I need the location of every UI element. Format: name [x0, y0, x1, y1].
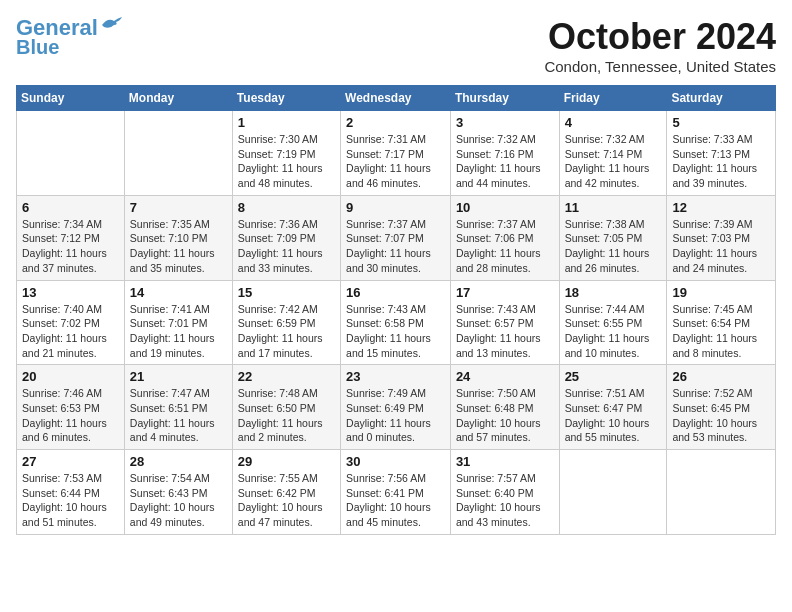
day-detail: Sunrise: 7:44 AM Sunset: 6:55 PM Dayligh…	[565, 302, 662, 361]
day-detail: Sunrise: 7:36 AM Sunset: 7:09 PM Dayligh…	[238, 217, 335, 276]
day-number: 15	[238, 285, 335, 300]
calendar-cell: 14Sunrise: 7:41 AM Sunset: 7:01 PM Dayli…	[124, 280, 232, 365]
calendar-week-5: 27Sunrise: 7:53 AM Sunset: 6:44 PM Dayli…	[17, 450, 776, 535]
calendar-cell: 6Sunrise: 7:34 AM Sunset: 7:12 PM Daylig…	[17, 195, 125, 280]
day-detail: Sunrise: 7:32 AM Sunset: 7:14 PM Dayligh…	[565, 132, 662, 191]
day-detail: Sunrise: 7:49 AM Sunset: 6:49 PM Dayligh…	[346, 386, 445, 445]
day-number: 23	[346, 369, 445, 384]
day-number: 19	[672, 285, 770, 300]
day-number: 25	[565, 369, 662, 384]
day-number: 11	[565, 200, 662, 215]
calendar-cell: 25Sunrise: 7:51 AM Sunset: 6:47 PM Dayli…	[559, 365, 667, 450]
day-detail: Sunrise: 7:56 AM Sunset: 6:41 PM Dayligh…	[346, 471, 445, 530]
day-detail: Sunrise: 7:40 AM Sunset: 7:02 PM Dayligh…	[22, 302, 119, 361]
day-detail: Sunrise: 7:30 AM Sunset: 7:19 PM Dayligh…	[238, 132, 335, 191]
day-detail: Sunrise: 7:38 AM Sunset: 7:05 PM Dayligh…	[565, 217, 662, 276]
logo-bird-icon	[100, 17, 122, 33]
day-number: 27	[22, 454, 119, 469]
day-number: 18	[565, 285, 662, 300]
title-area: October 2024 Condon, Tennessee, United S…	[544, 16, 776, 75]
day-detail: Sunrise: 7:32 AM Sunset: 7:16 PM Dayligh…	[456, 132, 554, 191]
day-detail: Sunrise: 7:45 AM Sunset: 6:54 PM Dayligh…	[672, 302, 770, 361]
calendar-week-4: 20Sunrise: 7:46 AM Sunset: 6:53 PM Dayli…	[17, 365, 776, 450]
calendar-cell: 11Sunrise: 7:38 AM Sunset: 7:05 PM Dayli…	[559, 195, 667, 280]
day-number: 9	[346, 200, 445, 215]
day-number: 6	[22, 200, 119, 215]
calendar-cell: 17Sunrise: 7:43 AM Sunset: 6:57 PM Dayli…	[450, 280, 559, 365]
day-number: 8	[238, 200, 335, 215]
calendar-cell: 5Sunrise: 7:33 AM Sunset: 7:13 PM Daylig…	[667, 111, 776, 196]
weekday-tuesday: Tuesday	[232, 86, 340, 111]
day-number: 14	[130, 285, 227, 300]
day-detail: Sunrise: 7:55 AM Sunset: 6:42 PM Dayligh…	[238, 471, 335, 530]
day-number: 7	[130, 200, 227, 215]
calendar-header: SundayMondayTuesdayWednesdayThursdayFrid…	[17, 86, 776, 111]
calendar-cell: 18Sunrise: 7:44 AM Sunset: 6:55 PM Dayli…	[559, 280, 667, 365]
day-number: 13	[22, 285, 119, 300]
calendar-body: 1Sunrise: 7:30 AM Sunset: 7:19 PM Daylig…	[17, 111, 776, 535]
calendar-cell: 4Sunrise: 7:32 AM Sunset: 7:14 PM Daylig…	[559, 111, 667, 196]
calendar-cell: 28Sunrise: 7:54 AM Sunset: 6:43 PM Dayli…	[124, 450, 232, 535]
day-detail: Sunrise: 7:43 AM Sunset: 6:57 PM Dayligh…	[456, 302, 554, 361]
day-detail: Sunrise: 7:54 AM Sunset: 6:43 PM Dayligh…	[130, 471, 227, 530]
day-number: 4	[565, 115, 662, 130]
day-number: 2	[346, 115, 445, 130]
day-detail: Sunrise: 7:51 AM Sunset: 6:47 PM Dayligh…	[565, 386, 662, 445]
calendar-cell: 12Sunrise: 7:39 AM Sunset: 7:03 PM Dayli…	[667, 195, 776, 280]
calendar-cell: 22Sunrise: 7:48 AM Sunset: 6:50 PM Dayli…	[232, 365, 340, 450]
day-detail: Sunrise: 7:31 AM Sunset: 7:17 PM Dayligh…	[346, 132, 445, 191]
weekday-wednesday: Wednesday	[341, 86, 451, 111]
day-number: 12	[672, 200, 770, 215]
weekday-monday: Monday	[124, 86, 232, 111]
calendar-cell: 2Sunrise: 7:31 AM Sunset: 7:17 PM Daylig…	[341, 111, 451, 196]
day-number: 28	[130, 454, 227, 469]
calendar-cell	[667, 450, 776, 535]
calendar-cell	[17, 111, 125, 196]
calendar-cell: 15Sunrise: 7:42 AM Sunset: 6:59 PM Dayli…	[232, 280, 340, 365]
calendar-cell: 8Sunrise: 7:36 AM Sunset: 7:09 PM Daylig…	[232, 195, 340, 280]
weekday-thursday: Thursday	[450, 86, 559, 111]
day-number: 21	[130, 369, 227, 384]
day-number: 10	[456, 200, 554, 215]
day-detail: Sunrise: 7:43 AM Sunset: 6:58 PM Dayligh…	[346, 302, 445, 361]
day-detail: Sunrise: 7:34 AM Sunset: 7:12 PM Dayligh…	[22, 217, 119, 276]
day-number: 22	[238, 369, 335, 384]
weekday-saturday: Saturday	[667, 86, 776, 111]
day-detail: Sunrise: 7:52 AM Sunset: 6:45 PM Dayligh…	[672, 386, 770, 445]
calendar-cell: 20Sunrise: 7:46 AM Sunset: 6:53 PM Dayli…	[17, 365, 125, 450]
day-detail: Sunrise: 7:57 AM Sunset: 6:40 PM Dayligh…	[456, 471, 554, 530]
day-number: 29	[238, 454, 335, 469]
day-detail: Sunrise: 7:33 AM Sunset: 7:13 PM Dayligh…	[672, 132, 770, 191]
calendar-cell: 27Sunrise: 7:53 AM Sunset: 6:44 PM Dayli…	[17, 450, 125, 535]
calendar-cell: 19Sunrise: 7:45 AM Sunset: 6:54 PM Dayli…	[667, 280, 776, 365]
day-detail: Sunrise: 7:47 AM Sunset: 6:51 PM Dayligh…	[130, 386, 227, 445]
day-detail: Sunrise: 7:48 AM Sunset: 6:50 PM Dayligh…	[238, 386, 335, 445]
calendar-week-1: 1Sunrise: 7:30 AM Sunset: 7:19 PM Daylig…	[17, 111, 776, 196]
day-detail: Sunrise: 7:39 AM Sunset: 7:03 PM Dayligh…	[672, 217, 770, 276]
calendar-cell: 26Sunrise: 7:52 AM Sunset: 6:45 PM Dayli…	[667, 365, 776, 450]
day-detail: Sunrise: 7:46 AM Sunset: 6:53 PM Dayligh…	[22, 386, 119, 445]
day-number: 17	[456, 285, 554, 300]
day-number: 24	[456, 369, 554, 384]
day-number: 30	[346, 454, 445, 469]
calendar-cell: 7Sunrise: 7:35 AM Sunset: 7:10 PM Daylig…	[124, 195, 232, 280]
day-detail: Sunrise: 7:37 AM Sunset: 7:06 PM Dayligh…	[456, 217, 554, 276]
calendar-cell: 3Sunrise: 7:32 AM Sunset: 7:16 PM Daylig…	[450, 111, 559, 196]
day-number: 3	[456, 115, 554, 130]
day-number: 20	[22, 369, 119, 384]
calendar-cell	[124, 111, 232, 196]
calendar-cell: 31Sunrise: 7:57 AM Sunset: 6:40 PM Dayli…	[450, 450, 559, 535]
logo-blue: Blue	[16, 36, 59, 58]
calendar-cell: 16Sunrise: 7:43 AM Sunset: 6:58 PM Dayli…	[341, 280, 451, 365]
day-detail: Sunrise: 7:53 AM Sunset: 6:44 PM Dayligh…	[22, 471, 119, 530]
weekday-header-row: SundayMondayTuesdayWednesdayThursdayFrid…	[17, 86, 776, 111]
calendar-cell: 24Sunrise: 7:50 AM Sunset: 6:48 PM Dayli…	[450, 365, 559, 450]
day-detail: Sunrise: 7:35 AM Sunset: 7:10 PM Dayligh…	[130, 217, 227, 276]
calendar-table: SundayMondayTuesdayWednesdayThursdayFrid…	[16, 85, 776, 535]
day-detail: Sunrise: 7:41 AM Sunset: 7:01 PM Dayligh…	[130, 302, 227, 361]
day-detail: Sunrise: 7:50 AM Sunset: 6:48 PM Dayligh…	[456, 386, 554, 445]
location-subtitle: Condon, Tennessee, United States	[544, 58, 776, 75]
calendar-week-3: 13Sunrise: 7:40 AM Sunset: 7:02 PM Dayli…	[17, 280, 776, 365]
calendar-cell: 1Sunrise: 7:30 AM Sunset: 7:19 PM Daylig…	[232, 111, 340, 196]
weekday-sunday: Sunday	[17, 86, 125, 111]
